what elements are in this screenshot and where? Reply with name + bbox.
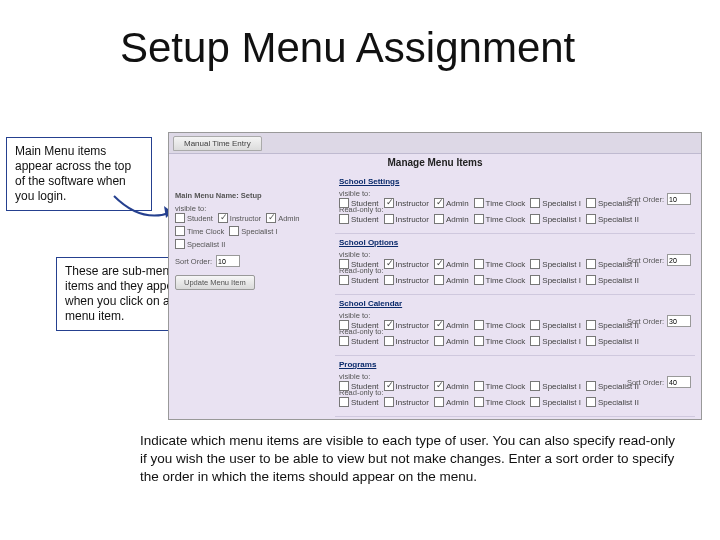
role-label: Specialist I <box>542 337 581 346</box>
checkbox-icon[interactable] <box>530 275 540 285</box>
role-label: Specialist I <box>542 382 581 391</box>
checkbox-icon[interactable] <box>530 336 540 346</box>
role-label: Time Clock <box>486 337 526 346</box>
checkbox-icon[interactable] <box>586 275 596 285</box>
vis-role: Specialist I <box>530 320 581 330</box>
checkbox-icon[interactable] <box>586 259 596 269</box>
checkbox-icon[interactable] <box>586 381 596 391</box>
main-menu-heading: Main Menu Name: Setup <box>175 191 315 200</box>
checkbox-icon[interactable] <box>530 198 540 208</box>
submenu-name-link[interactable]: School Settings <box>339 177 399 186</box>
role-label: Admin <box>446 276 469 285</box>
checkbox-icon[interactable] <box>175 213 185 223</box>
checkbox-icon[interactable] <box>384 275 394 285</box>
checkbox-icon[interactable] <box>586 397 596 407</box>
tab-manual-time-entry[interactable]: Manual Time Entry <box>173 136 262 151</box>
checkbox-icon[interactable] <box>339 275 349 285</box>
ro-role: Time Clock <box>474 397 526 407</box>
checkbox-icon[interactable] <box>339 336 349 346</box>
submenu-list[interactable]: School Settingsvisible to:StudentInstruc… <box>335 173 695 419</box>
checkbox-icon[interactable] <box>384 397 394 407</box>
ro-role: Specialist II <box>586 214 639 224</box>
checkbox-icon[interactable] <box>384 320 394 330</box>
checkbox-icon[interactable] <box>339 259 349 269</box>
checkbox-icon[interactable] <box>384 259 394 269</box>
checkbox-icon[interactable] <box>175 226 185 236</box>
ro-role: Student <box>339 214 379 224</box>
checkbox-icon[interactable] <box>339 320 349 330</box>
checkbox-icon[interactable] <box>218 213 228 223</box>
checkbox-icon[interactable] <box>586 336 596 346</box>
checkbox-icon[interactable] <box>434 397 444 407</box>
ro-role: Instructor <box>384 336 429 346</box>
role-label: Instructor <box>396 215 429 224</box>
checkbox-icon[interactable] <box>384 214 394 224</box>
checkbox-icon[interactable] <box>434 381 444 391</box>
sort-order-input[interactable] <box>667 376 691 388</box>
checkbox-icon[interactable] <box>339 381 349 391</box>
checkbox-icon[interactable] <box>530 381 540 391</box>
role-label: Instructor <box>396 337 429 346</box>
checkbox-icon[interactable] <box>474 397 484 407</box>
sort-order-input[interactable] <box>216 255 240 267</box>
checkbox-icon[interactable] <box>474 320 484 330</box>
role-label: Specialist I <box>542 199 581 208</box>
ro-role: Admin <box>434 397 469 407</box>
checkbox-icon[interactable] <box>175 239 185 249</box>
checkbox-icon[interactable] <box>229 226 239 236</box>
checkbox-icon[interactable] <box>474 259 484 269</box>
submenu-name-link[interactable]: Programs <box>339 360 376 369</box>
role-label: Student <box>187 214 213 223</box>
role-label: Time Clock <box>486 199 526 208</box>
checkbox-icon[interactable] <box>339 198 349 208</box>
role-label: Instructor <box>396 199 429 208</box>
checkbox-icon[interactable] <box>530 320 540 330</box>
checkbox-icon[interactable] <box>266 213 276 223</box>
vis-role: Specialist I <box>530 259 581 269</box>
role-label: Time Clock <box>486 276 526 285</box>
checkbox-icon[interactable] <box>530 259 540 269</box>
checkbox-icon[interactable] <box>434 275 444 285</box>
checkbox-icon[interactable] <box>434 214 444 224</box>
checkbox-icon[interactable] <box>339 397 349 407</box>
ro-role: Time Clock <box>474 214 526 224</box>
checkbox-icon[interactable] <box>474 381 484 391</box>
ro-role: Time Clock <box>474 275 526 285</box>
checkbox-icon[interactable] <box>586 214 596 224</box>
vis-role: Admin <box>434 381 469 391</box>
checkbox-icon[interactable] <box>434 198 444 208</box>
sort-order-input[interactable] <box>667 254 691 266</box>
sort-order-input[interactable] <box>667 315 691 327</box>
role-label: Admin <box>446 382 469 391</box>
checkbox-icon[interactable] <box>474 198 484 208</box>
checkbox-icon[interactable] <box>434 320 444 330</box>
update-menu-item-button[interactable]: Update Menu Item <box>175 275 255 290</box>
submenu-name-link[interactable]: School Options <box>339 238 398 247</box>
sort-order-input[interactable] <box>667 193 691 205</box>
panel-title: Manage Menu Items <box>169 154 701 171</box>
role-label: Specialist I <box>542 276 581 285</box>
checkbox-icon[interactable] <box>339 214 349 224</box>
submenu-item: School Optionsvisible to:StudentInstruct… <box>335 234 695 295</box>
ro-role: Specialist II <box>586 397 639 407</box>
submenu-item: Clinical Competenciesvisible to:StudentI… <box>335 417 695 419</box>
checkbox-icon[interactable] <box>434 259 444 269</box>
checkbox-icon[interactable] <box>434 336 444 346</box>
checkbox-icon[interactable] <box>530 214 540 224</box>
checkbox-icon[interactable] <box>474 336 484 346</box>
checkbox-icon[interactable] <box>384 381 394 391</box>
role-label: Time Clock <box>486 215 526 224</box>
main-role: Student <box>175 213 213 223</box>
checkbox-icon[interactable] <box>474 214 484 224</box>
checkbox-icon[interactable] <box>586 320 596 330</box>
checkbox-icon[interactable] <box>384 336 394 346</box>
checkbox-icon[interactable] <box>384 198 394 208</box>
checkbox-icon[interactable] <box>530 397 540 407</box>
role-label: Specialist II <box>598 215 639 224</box>
submenu-name-link[interactable]: School Calendar <box>339 299 402 308</box>
checkbox-icon[interactable] <box>474 275 484 285</box>
ro-role: Specialist II <box>586 336 639 346</box>
ro-role: Specialist I <box>530 275 581 285</box>
vis-role: Instructor <box>384 381 429 391</box>
checkbox-icon[interactable] <box>586 198 596 208</box>
